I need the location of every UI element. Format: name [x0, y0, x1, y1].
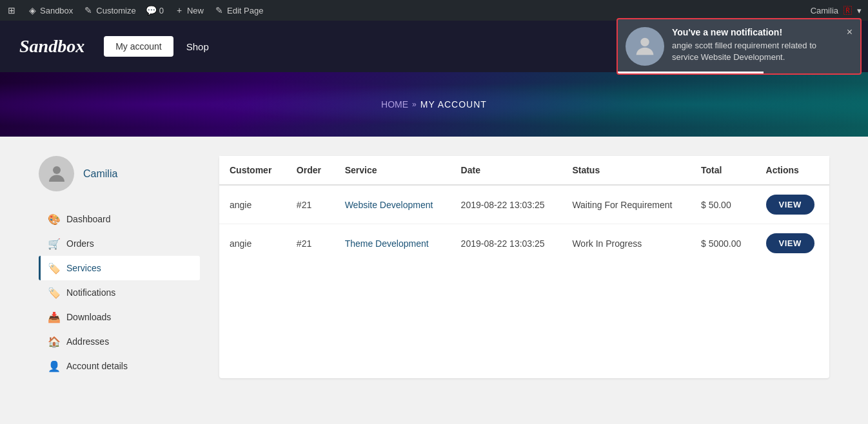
notif-title: You've a new notification!	[672, 27, 839, 37]
breadcrumb-home[interactable]: HOME	[381, 99, 408, 110]
breadcrumb: HOME » MY ACCOUNT	[381, 99, 487, 110]
admin-bar: ⊞ ◈ Sandbox ✎ Customize 💬 0 + New ✎ Edit…	[0, 0, 868, 21]
user-avatar-icon	[45, 162, 68, 186]
cell-order: #21	[286, 224, 335, 263]
cell-service: Website Development	[335, 185, 451, 224]
admin-bar-right: Camilia 🇷 ▾	[811, 6, 862, 15]
edit-page-label: Edit Page	[227, 6, 263, 15]
sidebar-item-notifications-label: Notifications	[66, 287, 115, 298]
edit-page-item[interactable]: ✎ Edit Page	[214, 5, 263, 15]
breadcrumb-current: MY ACCOUNT	[420, 99, 487, 110]
view-button-2[interactable]: VIEW	[766, 233, 814, 253]
notif-message: angie scott filled requirement related t…	[672, 40, 839, 63]
comments-icon: 💬	[146, 5, 157, 15]
customize-item[interactable]: ✎ Customize	[83, 5, 135, 15]
sidebar-item-addresses-label: Addresses	[66, 336, 109, 347]
svg-point-0	[640, 38, 649, 46]
sidebar-item-services[interactable]: 🏷️ Services	[39, 256, 200, 280]
sidebar-item-notifications[interactable]: 🏷️ Notifications	[39, 280, 200, 305]
account-details-icon: 👤	[48, 360, 60, 372]
site-name-item[interactable]: ◈ Sandbox	[27, 5, 73, 15]
customize-label: Customize	[96, 6, 135, 15]
cell-customer: angie	[219, 185, 286, 224]
sidebar-avatar	[39, 156, 74, 191]
notif-user-icon	[632, 34, 658, 59]
cell-actions: VIEW	[756, 224, 829, 263]
addresses-icon: 🏠	[48, 336, 60, 347]
orders-icon: 🛒	[48, 238, 60, 249]
view-button-1[interactable]: VIEW	[766, 195, 814, 215]
sidebar-item-orders[interactable]: 🛒 Orders	[39, 231, 200, 256]
col-actions: Actions	[756, 156, 829, 185]
sidebar-username[interactable]: Camilia	[83, 168, 117, 180]
site-name-label: Sandbox	[40, 6, 73, 15]
notif-progress-bar	[618, 72, 764, 73]
shop-link[interactable]: Shop	[186, 41, 209, 52]
col-service: Service	[335, 156, 451, 185]
col-order: Order	[286, 156, 335, 185]
wp-logo-item[interactable]: ⊞	[6, 5, 17, 15]
col-status: Status	[562, 156, 691, 185]
notif-close-button[interactable]: ×	[847, 27, 853, 37]
comments-count: 0	[159, 6, 164, 15]
cell-actions: VIEW	[756, 185, 829, 224]
sidebar: Camilia 🎨 Dashboard 🛒 Orders 🏷️ Services…	[39, 156, 219, 378]
breadcrumb-separator: »	[412, 100, 417, 109]
downloads-icon: 📥	[48, 311, 60, 323]
customize-icon: ✎	[83, 5, 94, 15]
sidebar-item-addresses[interactable]: 🏠 Addresses	[39, 329, 200, 354]
site-logo[interactable]: Sandbox	[19, 36, 84, 57]
site-icon: ◈	[27, 5, 37, 15]
col-date: Date	[451, 156, 562, 185]
orders-table-area: Customer Order Service Date Status Total…	[219, 156, 829, 378]
cell-customer: angie	[219, 224, 286, 263]
sidebar-item-dashboard[interactable]: 🎨 Dashboard	[39, 207, 200, 231]
service-link[interactable]: Website Development	[345, 200, 433, 210]
sidebar-user: Camilia	[39, 156, 200, 191]
table-header-row: Customer Order Service Date Status Total…	[219, 156, 829, 185]
admin-user-icon: ▾	[857, 6, 862, 15]
cell-total: $ 5000.00	[691, 224, 756, 263]
new-item[interactable]: + New	[174, 5, 204, 15]
sidebar-item-services-label: Services	[66, 263, 101, 273]
new-label: New	[187, 6, 204, 15]
sidebar-item-downloads[interactable]: 📥 Downloads	[39, 305, 200, 329]
hero-banner: HOME » MY ACCOUNT	[0, 72, 868, 137]
cell-status: Work In Progress	[562, 224, 691, 263]
sidebar-item-dashboard-label: Dashboard	[66, 214, 111, 224]
table-row: angie #21 Website Development 2019-08-22…	[219, 185, 829, 224]
sidebar-item-orders-label: Orders	[66, 238, 94, 249]
cell-status: Waiting For Requirement	[562, 185, 691, 224]
sidebar-item-account-details-label: Account details	[66, 361, 128, 371]
sidebar-item-account-details[interactable]: 👤 Account details	[39, 354, 200, 378]
sidebar-nav: 🎨 Dashboard 🛒 Orders 🏷️ Services 🏷️ Noti…	[39, 207, 200, 378]
col-total: Total	[691, 156, 756, 185]
main-content: Camilia 🎨 Dashboard 🛒 Orders 🏷️ Services…	[0, 137, 868, 398]
edit-icon: ✎	[214, 5, 224, 15]
svg-point-1	[53, 166, 61, 174]
new-icon: +	[174, 5, 184, 15]
service-link[interactable]: Theme Development	[345, 238, 429, 249]
dashboard-icon: 🎨	[48, 213, 60, 225]
cell-date: 2019-08-22 13:03:25	[451, 185, 562, 224]
wp-icon: ⊞	[6, 5, 17, 15]
orders-table: Customer Order Service Date Status Total…	[219, 156, 829, 262]
sidebar-item-downloads-label: Downloads	[66, 312, 111, 322]
admin-username[interactable]: Camilia	[811, 6, 838, 15]
comments-item[interactable]: 💬 0	[146, 5, 164, 15]
notif-content: You've a new notification! angie scott f…	[672, 27, 839, 63]
my-account-button[interactable]: My account	[104, 36, 173, 57]
cell-order: #21	[286, 185, 335, 224]
notifications-icon: 🏷️	[48, 287, 60, 298]
admin-user-flag: 🇷	[843, 6, 852, 15]
table-row: angie #21 Theme Development 2019-08-22 1…	[219, 224, 829, 263]
cell-service: Theme Development	[335, 224, 451, 263]
notification-popup: You've a new notification! angie scott f…	[616, 18, 862, 75]
cell-date: 2019-08-22 13:03:25	[451, 224, 562, 263]
services-icon: 🏷️	[48, 262, 60, 274]
cell-total: $ 50.00	[691, 185, 756, 224]
col-customer: Customer	[219, 156, 286, 185]
notif-avatar	[626, 27, 664, 66]
